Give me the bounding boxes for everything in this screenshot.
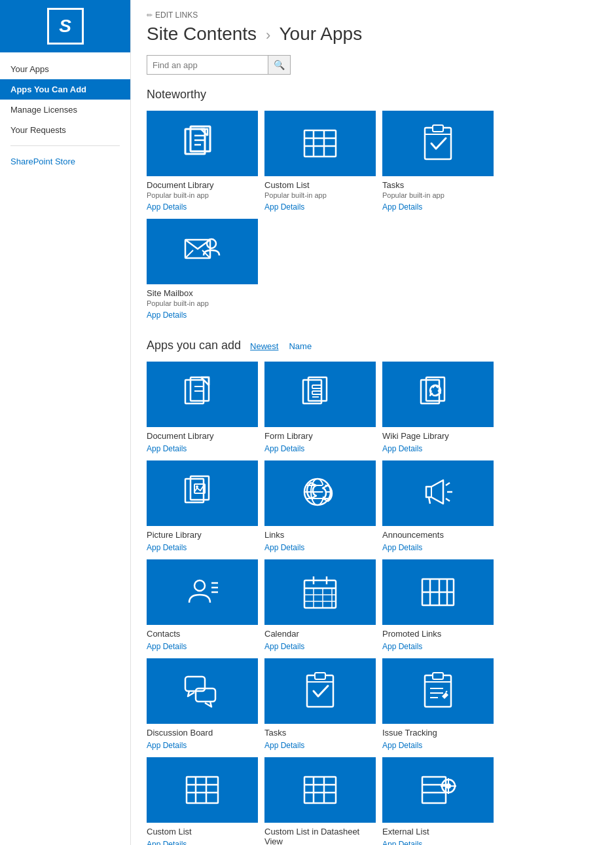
svg-line-16 [185,250,193,258]
tasks2-details[interactable]: App Details [264,741,304,750]
form-lib-name: Form Library [264,431,376,441]
app-wiki-page-library[interactable]: Wiki Page Library App Details [382,362,494,454]
svg-rect-71 [433,673,443,679]
links-icon [264,460,376,526]
app-promoted-links[interactable]: Promoted Links App Details [382,559,494,652]
app-discussion-board[interactable]: Discussion Board App Details [147,658,258,751]
calendar-svg [299,571,341,613]
svg-line-76 [446,691,447,692]
contacts-details[interactable]: App Details [147,642,187,651]
app-custom-list[interactable]: Custom List App Details [147,757,258,845]
discussion-board-svg [181,670,223,712]
sort-name[interactable]: Name [289,341,312,351]
noteworthy-tasks-details[interactable]: App Details [382,202,422,212]
sort-newest[interactable]: Newest [250,341,278,351]
app-document-library[interactable]: Document Library App Details [147,362,258,454]
promoted-links-name: Promoted Links [382,629,494,639]
sidebar-item-your-requests[interactable]: Your Requests [0,120,130,140]
svg-point-46 [194,580,205,591]
svg-rect-19 [190,377,209,401]
svg-point-34 [196,485,198,488]
sidebar-item-your-apps[interactable]: Your Apps [0,59,130,79]
svg-line-20 [201,377,209,385]
sidebar-item-apps-you-can-add[interactable]: Apps You Can Add [0,79,130,100]
tasks2-name: Tasks [264,728,376,738]
app-external-list[interactable]: External List App Details [382,757,494,845]
app-form-library[interactable]: Form Library App Details [264,362,376,454]
app-contacts[interactable]: Contacts App Details [147,559,258,652]
app-calendar[interactable]: Calendar App Details [264,559,376,652]
sidebar: S Your Apps Apps You Can Add Manage Lice… [0,0,131,845]
custom-list-datasheet-name: Custom List in Datasheet View [264,827,376,845]
search-button[interactable]: 🔍 [268,56,290,74]
svg-rect-32 [190,476,209,500]
noteworthy-site-mailbox-details[interactable]: App Details [147,310,187,320]
noteworthy-doc-lib-name: Document Library [147,180,258,190]
announcements-details[interactable]: App Details [382,543,422,552]
noteworthy-app-document-library[interactable]: Document Library Popular built-in app Ap… [147,111,258,212]
app-links[interactable]: Links App Details [264,460,376,553]
tasks2-svg [299,670,341,712]
sidebar-item-sharepoint-store[interactable]: SharePoint Store [0,151,130,172]
document-library-icon-box [147,111,258,176]
noteworthy-app-site-mailbox[interactable]: Site Mailbox Popular built-in app App De… [147,219,258,320]
tasks-icon [417,122,459,164]
search-input[interactable] [147,56,268,74]
custom-list-icon-box [264,111,376,176]
doc-lib-details[interactable]: App Details [147,444,187,453]
calendar-details[interactable]: App Details [264,642,304,651]
svg-rect-26 [312,391,321,394]
calendar-icon [264,559,376,625]
svg-line-44 [446,498,450,501]
promoted-links-details[interactable]: App Details [382,642,422,651]
document-library-icon [181,122,223,164]
tasks-icon-box [382,111,494,176]
custom-list-datasheet-icon [264,757,376,823]
issue-tracking-svg [417,670,459,712]
svg-point-93 [446,783,451,789]
contacts-name: Contacts [147,629,258,639]
noteworthy-site-mailbox-subtitle: Popular built-in app [147,299,258,307]
noteworthy-app-custom-list[interactable]: Custom List Popular built-in app App Det… [264,111,376,212]
svg-line-42 [446,483,450,485]
svg-rect-25 [312,385,321,388]
app-tasks2[interactable]: Tasks App Details [264,658,376,751]
sidebar-item-manage-licenses[interactable]: Manage Licenses [0,100,130,120]
pic-lib-details[interactable]: App Details [147,543,187,552]
discussion-board-details[interactable]: App Details [147,741,187,750]
site-mailbox-icon [181,231,223,272]
noteworthy-custom-list-details[interactable]: App Details [264,202,304,212]
svg-rect-68 [315,673,325,679]
announcements-name: Announcements [382,530,494,540]
svg-line-45 [429,497,430,504]
edit-links-label: EDIT LINKS [155,10,198,20]
app-picture-library[interactable]: Picture Library App Details [147,460,258,553]
apps-you-can-add-grid: Document Library App Details Form Librar… [147,362,600,845]
discussion-board-name: Discussion Board [147,728,258,738]
noteworthy-doc-lib-details[interactable]: App Details [147,202,187,212]
contacts-icon [147,559,258,625]
search-box: 🔍 [147,55,291,75]
external-list-svg [417,769,459,811]
form-lib-details[interactable]: App Details [264,444,304,453]
wiki-lib-details[interactable]: App Details [382,444,422,453]
doc-lib-name: Document Library [147,431,258,441]
custom-list2-details[interactable]: App Details [147,840,187,845]
logo-letter: S [59,17,71,35]
app-announcements[interactable]: Announcements App Details [382,460,494,553]
form-library-svg [299,373,341,415]
external-list-details[interactable]: App Details [382,840,422,845]
document-library-svg [181,373,223,415]
svg-rect-29 [426,377,444,401]
issue-tracking-icon [382,658,494,724]
tasks2-icon [264,658,376,724]
external-list-name: External List [382,827,494,836]
links-details[interactable]: App Details [264,543,304,552]
app-custom-list-datasheet[interactable]: Custom List in Datasheet View App Detail… [264,757,376,845]
edit-links-bar[interactable]: ✏ EDIT LINKS [147,10,600,20]
issue-tracking-details[interactable]: App Details [382,741,422,750]
sharepoint-logo: S [47,8,84,45]
app-issue-tracking[interactable]: Issue Tracking App Details [382,658,494,751]
noteworthy-app-tasks[interactable]: Tasks Popular built-in app App Details [382,111,494,212]
announcements-svg [417,472,459,514]
